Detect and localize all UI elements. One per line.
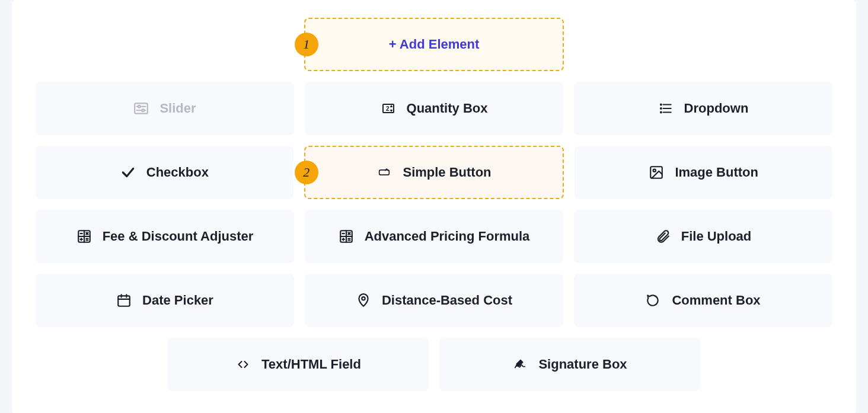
add-element-button[interactable]: 1 + Add Element — [304, 18, 564, 71]
distance-cost-icon — [356, 293, 371, 308]
svg-point-7 — [660, 104, 662, 105]
dropdown-icon — [658, 101, 674, 116]
row-5: Text/HTML Field Signature Box — [36, 338, 832, 391]
checkbox-icon — [120, 165, 136, 180]
element-file-upload[interactable]: File Upload — [574, 210, 832, 263]
element-label: Signature Box — [538, 357, 627, 372]
row-4: Date Picker Distance-Based Cost Comment … — [36, 274, 832, 327]
element-advanced-pricing-formula[interactable]: Advanced Pricing Formula — [305, 210, 563, 263]
quantity-box-icon: 2 — [381, 101, 396, 116]
svg-point-40 — [362, 297, 365, 300]
row-add: 1 + Add Element — [36, 18, 832, 71]
add-element-label: + Add Element — [389, 37, 480, 52]
date-picker-icon — [116, 293, 132, 308]
element-image-button[interactable]: Image Button — [575, 146, 832, 199]
element-label: Comment Box — [672, 293, 760, 308]
row-2: Checkbox 2 Simple Button Image Button — [36, 146, 832, 199]
text-html-icon — [235, 357, 251, 372]
row-1: Slider 2 Quantity Box Dropdown — [36, 82, 832, 135]
element-comment-box[interactable]: Comment Box — [574, 274, 832, 327]
step-badge-1: 1 — [295, 33, 318, 56]
svg-rect-13 — [379, 170, 390, 175]
svg-rect-0 — [135, 103, 148, 113]
advanced-pricing-icon — [339, 229, 354, 244]
element-quantity-box[interactable]: 2 Quantity Box — [305, 82, 563, 135]
svg-point-11 — [660, 112, 662, 113]
element-dropdown[interactable]: Dropdown — [574, 82, 832, 135]
element-label: Dropdown — [684, 101, 749, 116]
element-simple-button[interactable]: 2 Simple Button — [304, 146, 564, 199]
element-picker-panel: 1 + Add Element Slider 2 Quantity Box — [12, 0, 856, 413]
element-distance-based-cost[interactable]: Distance-Based Cost — [305, 274, 563, 327]
element-label: Image Button — [675, 165, 758, 180]
image-button-icon — [649, 165, 664, 180]
element-label: Simple Button — [403, 165, 491, 180]
signature-box-icon — [512, 357, 528, 372]
element-label: Slider — [159, 101, 196, 116]
comment-box-icon — [646, 293, 661, 308]
simple-button-icon — [376, 165, 392, 180]
file-upload-icon — [655, 229, 671, 244]
svg-point-9 — [660, 108, 662, 109]
element-text-html-field[interactable]: Text/HTML Field — [168, 338, 429, 391]
element-checkbox[interactable]: Checkbox — [36, 146, 293, 199]
svg-point-2 — [138, 105, 141, 108]
element-grid: 1 + Add Element Slider 2 Quantity Box — [36, 18, 832, 391]
svg-rect-36 — [118, 296, 130, 306]
element-slider[interactable]: Slider — [36, 82, 294, 135]
svg-point-4 — [142, 109, 145, 111]
element-label: Advanced Pricing Formula — [365, 229, 530, 244]
element-label: Checkbox — [146, 165, 209, 180]
element-fee-discount-adjuster[interactable]: Fee & Discount Adjuster — [36, 210, 294, 263]
element-label: File Upload — [681, 229, 752, 244]
svg-text:2: 2 — [386, 105, 390, 112]
element-signature-box[interactable]: Signature Box — [439, 338, 700, 391]
element-date-picker[interactable]: Date Picker — [36, 274, 294, 327]
element-label: Date Picker — [142, 293, 213, 308]
element-label: Distance-Based Cost — [382, 293, 512, 308]
fee-discount-icon — [76, 229, 92, 244]
slider-icon — [133, 101, 149, 116]
svg-point-15 — [653, 169, 656, 172]
element-label: Text/HTML Field — [261, 357, 361, 372]
step-badge-2: 2 — [295, 161, 318, 184]
element-label: Fee & Discount Adjuster — [103, 229, 254, 244]
row-3: Fee & Discount Adjuster Advanced Pricing… — [36, 210, 832, 263]
element-label: Quantity Box — [407, 101, 488, 116]
